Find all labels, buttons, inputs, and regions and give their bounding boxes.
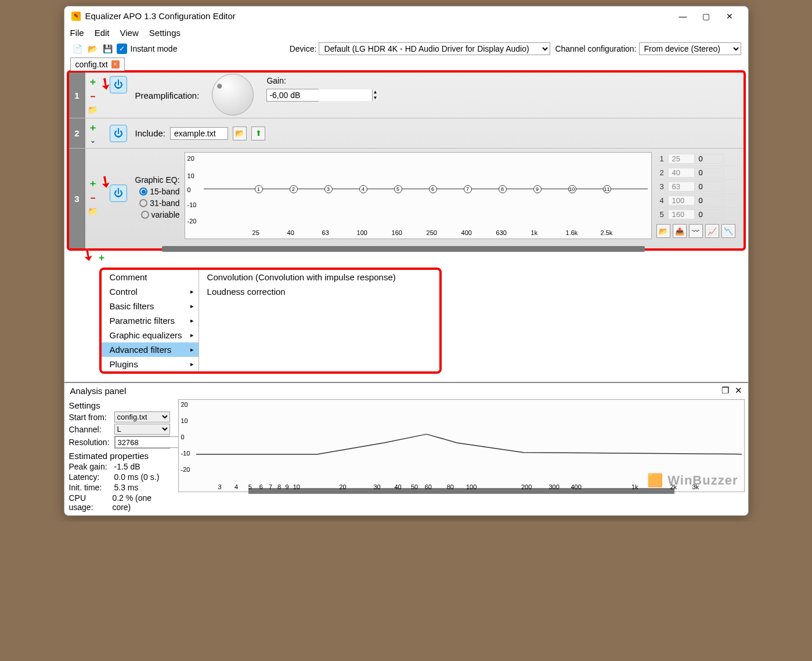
expand-icon[interactable]: ⌄ (90, 136, 96, 145)
open-include-icon[interactable]: 📂 (233, 127, 247, 140)
radio-31band[interactable] (139, 199, 147, 207)
add-icon[interactable]: ＋ (88, 76, 98, 88)
close-panel-icon[interactable]: ✕ (735, 385, 742, 396)
eq-handle[interactable]: 8 (499, 185, 507, 193)
eq-handle[interactable]: 3 (324, 185, 333, 193)
x-axis-label: 5 (248, 483, 252, 490)
spin-down-icon[interactable]: ▼ (373, 95, 377, 101)
y-axis-label: -10 (187, 201, 197, 208)
folder-icon[interactable]: 📁 (88, 207, 98, 216)
instant-mode-checkbox[interactable]: ✓ (117, 44, 127, 54)
eq-handle[interactable]: 4 (359, 185, 367, 193)
filter-row-3: 3 ＋ － 📁 ➘ ⏻ Graphic EQ: 15-band 31-band … (69, 149, 744, 248)
x-axis-label: 2.5k (601, 229, 613, 236)
menu-file[interactable]: File (70, 28, 84, 38)
radio-15band[interactable] (139, 187, 147, 196)
eq-handle[interactable]: 10 (568, 185, 576, 193)
eq-handle[interactable]: 2 (290, 185, 298, 193)
eq-graph[interactable]: 20100-10-2012345678910112540631001602504… (185, 152, 652, 239)
start-from-label: Start from: (69, 413, 112, 422)
channel-config-select[interactable]: From device (Stereo) (639, 42, 741, 55)
menu-view[interactable]: View (120, 28, 139, 38)
x-axis-label: 7 (269, 483, 272, 490)
upload-icon[interactable]: ⬆ (251, 127, 265, 140)
minimize-button[interactable]: ― (672, 12, 695, 21)
start-from-select[interactable]: config.txt (114, 411, 170, 422)
x-axis-label: 6 (259, 483, 263, 490)
x-axis-label: 1.6k (566, 229, 578, 236)
folder-icon[interactable]: 📁 (88, 105, 98, 114)
eq-handle[interactable]: 9 (533, 185, 542, 193)
menu-item[interactable]: Comment (102, 270, 199, 284)
menu-item[interactable]: Basic filters (102, 299, 199, 313)
x-axis-label: 25 (252, 229, 259, 236)
y-axis-label: -10 (181, 450, 190, 457)
new-file-icon[interactable]: 📄 (71, 42, 84, 55)
gain-cell[interactable]: 0 (695, 196, 724, 205)
analysis-scrollbar[interactable] (248, 488, 674, 494)
resolution-input[interactable]: ▲▼ (114, 436, 170, 449)
tab-config[interactable]: config.txt × (70, 57, 125, 71)
add-icon[interactable]: ＋ (88, 178, 98, 190)
freq-cell[interactable]: 160 (668, 210, 695, 219)
gain-knob[interactable] (212, 74, 254, 115)
maximize-button[interactable]: ▢ (695, 12, 718, 21)
freq-cell[interactable]: 63 (668, 182, 695, 192)
gain-cell[interactable]: 0 (695, 210, 724, 219)
channel-select[interactable]: L (114, 424, 170, 435)
freq-cell[interactable]: 40 (668, 168, 695, 178)
menu-item[interactable]: Control (102, 284, 199, 299)
submenu-item[interactable]: Loudness correction (199, 284, 412, 299)
table-action-icon[interactable]: 📈 (705, 224, 719, 238)
gain-cell[interactable]: 0 (695, 154, 724, 164)
open-file-icon[interactable]: 📂 (86, 42, 99, 55)
app-icon: ✎ (71, 12, 81, 21)
close-tab-icon[interactable]: × (111, 60, 120, 68)
eq-handle[interactable]: 7 (464, 185, 472, 193)
undock-icon[interactable]: ❐ (721, 385, 729, 396)
gain-cell[interactable]: 0 (695, 168, 724, 178)
freq-cell[interactable]: 25 (668, 154, 695, 164)
table-row: 41000 (656, 194, 738, 208)
analysis-graph[interactable]: 🟧 WinBuzzer 20100-10-2034567891020304050… (178, 399, 745, 492)
tab-label: config.txt (75, 60, 108, 69)
power-button[interactable]: ⏻ (110, 185, 127, 202)
table-action-icon[interactable]: 📤 (673, 224, 687, 238)
gain-cell[interactable]: 0 (695, 182, 724, 192)
table-action-icon[interactable]: 〰 (689, 224, 703, 238)
device-select[interactable]: Default (LG HDR 4K - HD Audio Driver for… (319, 42, 550, 55)
remove-icon[interactable]: － (88, 91, 98, 103)
menu-item[interactable]: Advanced filters (102, 342, 199, 357)
menu-item[interactable]: Parametric filters (102, 313, 199, 328)
menu-item[interactable]: Plugins (102, 357, 199, 371)
eq-handle[interactable]: 6 (429, 185, 437, 193)
freq-cell[interactable]: 100 (668, 196, 695, 205)
table-action-icon[interactable]: 📉 (721, 224, 735, 238)
submenu-item[interactable]: Convolution (Convolution with impulse re… (199, 270, 412, 284)
add-icon[interactable]: ＋ (88, 122, 98, 134)
power-button[interactable]: ⏻ (110, 125, 127, 142)
table-row: 2400 (656, 166, 738, 180)
eq-handle[interactable]: 11 (603, 185, 611, 193)
eq-handle[interactable]: 1 (255, 185, 263, 193)
gain-input[interactable]: ▲▼ (266, 89, 319, 102)
include-file-input[interactable] (170, 127, 228, 140)
freq-table: 1250240036304100051600📂📤〰📈📉 (656, 152, 738, 238)
add-filter-button[interactable]: ＋ (97, 252, 106, 262)
remove-icon[interactable]: － (88, 192, 98, 204)
analysis-settings: Settings Start from:config.txt Channel:L… (64, 398, 175, 515)
menu-edit[interactable]: Edit (95, 28, 110, 38)
table-action-icon[interactable]: 📂 (656, 224, 670, 238)
save-file-icon[interactable]: 💾 (102, 42, 114, 55)
gain-value[interactable] (267, 89, 372, 101)
eq-handle[interactable]: 5 (394, 185, 402, 193)
radio-variable-label: variable (151, 210, 180, 219)
menu-item[interactable]: Graphic equalizers (102, 328, 199, 342)
x-axis-label: 100 (357, 229, 367, 236)
menu-settings[interactable]: Settings (149, 28, 181, 38)
power-button[interactable]: ⏻ (110, 76, 127, 93)
x-axis-label: 1k (631, 483, 638, 490)
spin-up-icon[interactable]: ▲ (373, 89, 377, 95)
close-button[interactable]: ✕ (718, 12, 741, 21)
radio-variable[interactable] (141, 211, 149, 219)
